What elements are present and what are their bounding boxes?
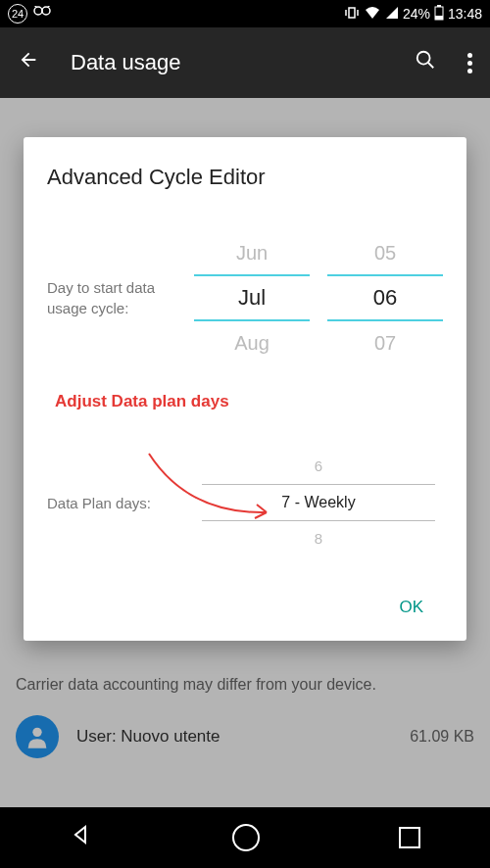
os-icon [33, 6, 51, 23]
svg-point-0 [34, 7, 42, 15]
navigation-bar [0, 807, 490, 868]
day-next: 07 [327, 321, 443, 364]
month-next: Aug [194, 321, 310, 364]
plan-days-picker[interactable]: 6 7 - Weekly 8 [194, 449, 443, 556]
badge-text: 24 [12, 8, 24, 20]
svg-point-10 [417, 52, 430, 65]
battery-icon [434, 5, 444, 24]
svg-line-2 [34, 6, 36, 7]
plan-prev: 6 [194, 449, 443, 484]
vibrate-icon [344, 6, 360, 23]
wifi-icon [364, 6, 381, 23]
svg-line-11 [428, 63, 434, 69]
month-current: Jul [194, 276, 310, 319]
plan-current: 7 - Weekly [194, 485, 443, 520]
day-prev: 05 [327, 231, 443, 274]
clock-text: 13:48 [448, 6, 482, 22]
status-bar: 24 24% 13:48 [0, 0, 490, 27]
plan-days-label: Data Plan days: [47, 493, 194, 513]
annotation-text: Adjust Data plan days [55, 392, 443, 411]
plan-next: 8 [194, 521, 443, 556]
day-picker[interactable]: 05 06 07 [327, 231, 443, 364]
dialog-title: Advanced Cycle Editor [47, 165, 443, 190]
start-cycle-label: Day to start data usage cycle: [47, 277, 194, 318]
page-title: Data usage [71, 50, 181, 75]
search-icon[interactable] [415, 49, 436, 76]
battery-percent: 24% [403, 6, 430, 22]
signal-icon [385, 6, 399, 23]
nav-home-icon[interactable] [232, 824, 260, 851]
day-current: 06 [327, 276, 443, 319]
svg-rect-9 [435, 16, 443, 20]
ok-button[interactable]: OK [387, 590, 435, 625]
nav-back-icon[interactable] [70, 823, 93, 853]
svg-line-3 [48, 6, 50, 7]
month-prev: Jun [194, 231, 310, 274]
action-bar: Data usage [0, 27, 490, 98]
svg-point-1 [42, 7, 50, 15]
cycle-editor-dialog: Advanced Cycle Editor Day to start data … [24, 137, 466, 641]
back-arrow-icon[interactable] [18, 49, 39, 76]
month-picker[interactable]: Jun Jul Aug [194, 231, 310, 364]
notification-badge-icon: 24 [8, 4, 27, 24]
nav-recents-icon[interactable] [399, 827, 420, 848]
svg-rect-4 [349, 8, 355, 18]
svg-rect-8 [437, 5, 441, 7]
more-icon[interactable] [467, 53, 472, 73]
